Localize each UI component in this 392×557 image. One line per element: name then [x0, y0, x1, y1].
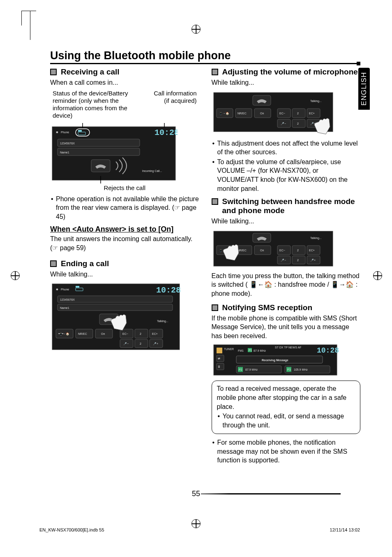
svg-text:Incoming Call...: Incoming Call...: [142, 169, 162, 173]
svg-text:TUNER: TUNER: [224, 348, 234, 350]
svg-text:Phone: Phone: [61, 288, 69, 291]
svg-text:EC+: EC+: [309, 112, 315, 115]
bullet-adj2: To adjust the volume of calls/earpiece, …: [212, 158, 361, 193]
svg-rect-102: [236, 366, 281, 373]
heading-text: Receiving a call: [61, 67, 199, 77]
svg-rect-63: [292, 119, 305, 128]
heading-text: Adjusting the volume of microphone: [222, 67, 361, 77]
figure-switch-mode: Talking... 📱→🏠 NR/EC On EC− 2 EC+ 🎤−: [212, 229, 361, 268]
svg-text:EC−: EC−: [279, 249, 285, 252]
svg-rect-4: [78, 130, 82, 132]
svg-text:On: On: [260, 249, 264, 252]
svg-text:Phone: Phone: [61, 131, 69, 134]
svg-text:105.9 MHz: 105.9 MHz: [294, 368, 308, 371]
while-talking-text: While talking...: [212, 78, 361, 87]
figure-mic-volume: Talking... 📱→🏠 NR/EC On EC− 2 EC+ 🎤−: [212, 91, 361, 136]
svg-text:2: 2: [297, 122, 299, 125]
figure-ending-call: ✱ Phone 10:28 12345678X Name1 Talking...: [50, 282, 199, 352]
svg-text:EC+: EC+: [309, 249, 315, 252]
figure-caption-reject: Rejects the call: [50, 184, 199, 191]
svg-text:🎤+: 🎤+: [310, 258, 316, 262]
svg-text:12345678X: 12345678X: [60, 298, 75, 301]
svg-text:EC−: EC−: [279, 112, 285, 115]
svg-text:Talking...: Talking...: [310, 237, 322, 240]
footer-right: 12/11/14 13:02: [330, 527, 360, 532]
svg-text:P1: P1: [249, 349, 252, 352]
figure-sms: TUNER FM1 P1 87.9 MHz ST DX TP NEWS AF 1…: [212, 343, 361, 376]
svg-text:🎤−: 🎤−: [281, 122, 286, 125]
svg-rect-24: [58, 304, 173, 311]
svg-text:Name1: Name1: [60, 306, 69, 309]
auto-answer-body: The unit answers the incoming call autom…: [50, 234, 199, 252]
bullet-adj1: This adjustment does not affect the volu…: [212, 139, 361, 157]
page-content: ENGLISH Using the Bluetooth mobile phone…: [50, 49, 360, 467]
svg-rect-19: [76, 286, 79, 288]
while-talking-text: While talking...: [50, 270, 199, 279]
svg-text:🎚: 🎚: [218, 365, 221, 368]
svg-rect-22: [58, 296, 173, 302]
svg-text:NR/EC: NR/EC: [238, 249, 247, 252]
page-title: Using the Bluetooth mobile phone: [50, 49, 235, 62]
intro-text: When a call comes in...: [50, 78, 199, 87]
heading-bullet-icon: [50, 69, 57, 75]
bullet-list-sms: For some mobile phones, the notification…: [212, 438, 361, 465]
bullet-sms: For some mobile phones, the notification…: [212, 438, 361, 465]
registration-mark-left: [11, 271, 20, 280]
crop-mark: [21, 11, 36, 26]
svg-rect-11: [58, 148, 140, 155]
figure-incoming-call: ✱ Phone 10:28 12345678X Name1: [50, 123, 199, 191]
heading-ending-call: Ending a call: [50, 259, 199, 268]
svg-text:EC+: EC+: [152, 332, 158, 335]
svg-text:10:28: 10:28: [154, 128, 178, 137]
svg-text:P2: P2: [239, 368, 242, 371]
bullet-list: Phone operation is not available while t…: [50, 195, 199, 221]
svg-text:2: 2: [297, 259, 299, 262]
heading-adjusting-volume: Adjusting the volume of microphone: [212, 67, 361, 77]
svg-text:FM1: FM1: [238, 349, 244, 352]
left-column: Receiving a call When a call comes in...…: [50, 67, 199, 467]
note-box-sms: To read a received message, operate the …: [212, 381, 361, 434]
footer: EN_KW-NSX700/600[E].indb 55 12/11/14 13:…: [39, 527, 360, 532]
svg-text:🎤+: 🎤+: [153, 342, 158, 346]
svg-text:87.9 MHz: 87.9 MHz: [254, 349, 266, 352]
svg-text:87.9 MHz: 87.9 MHz: [245, 368, 258, 371]
heading-bullet-icon: [212, 69, 218, 75]
svg-text:On: On: [260, 112, 264, 115]
svg-text:ST   DX   TP  NEWS  AF: ST DX TP NEWS AF: [275, 346, 302, 349]
heading-bullet-icon: [50, 260, 57, 267]
registration-mark-right: [373, 271, 382, 280]
note-list: You cannot read, edit, or send a message…: [217, 412, 355, 429]
switch-text-mid: : handsfree mode /: [274, 281, 331, 288]
handsfree-icon: 📱←🏠: [249, 281, 272, 288]
heading-text: Notifying SMS reception: [222, 303, 361, 312]
svg-text:P3: P3: [287, 368, 291, 371]
svg-rect-57: [292, 109, 305, 118]
sms-body: If the mobile phone is compatible with S…: [212, 314, 361, 341]
svg-text:2: 2: [140, 332, 141, 335]
right-column: Adjusting the volume of microphone While…: [212, 67, 361, 467]
svg-text:Talking...: Talking...: [310, 100, 322, 103]
heading-bullet-icon: [212, 198, 218, 205]
svg-rect-42: [135, 339, 148, 348]
heading-switching-mode: Switching between handsfree mode and pho…: [212, 197, 361, 215]
subheading-auto-answer: When <Auto Answer> is set to [On]: [50, 225, 199, 234]
bullet-list-adjust: This adjustment does not affect the volu…: [212, 139, 361, 193]
svg-text:📱→🏠: 📱→🏠: [59, 332, 69, 336]
svg-text:⇄: ⇄: [218, 357, 220, 360]
note-text: To read a received message, operate the …: [217, 384, 355, 411]
svg-text:2: 2: [297, 249, 299, 252]
note-bullet: You cannot read, edit, or send a message…: [217, 412, 355, 429]
heading-text: Switching between handsfree mode and pho…: [222, 197, 361, 215]
svg-rect-36: [135, 329, 148, 338]
svg-text:EC−: EC−: [122, 332, 128, 335]
heading-sms: Notifying SMS reception: [212, 303, 361, 312]
svg-text:2: 2: [140, 342, 141, 345]
svg-text:12345678X: 12345678X: [60, 142, 75, 145]
while-talking-text: While talking...: [212, 217, 361, 226]
svg-text:NR/EC: NR/EC: [78, 332, 87, 335]
svg-text:10:28: 10:28: [156, 285, 181, 295]
svg-text:✱: ✱: [56, 131, 58, 134]
registration-mark-bottom: [191, 519, 201, 528]
svg-text:10:28: 10:28: [317, 346, 339, 355]
annotation-callinfo: Call information (if acquired): [150, 90, 196, 119]
